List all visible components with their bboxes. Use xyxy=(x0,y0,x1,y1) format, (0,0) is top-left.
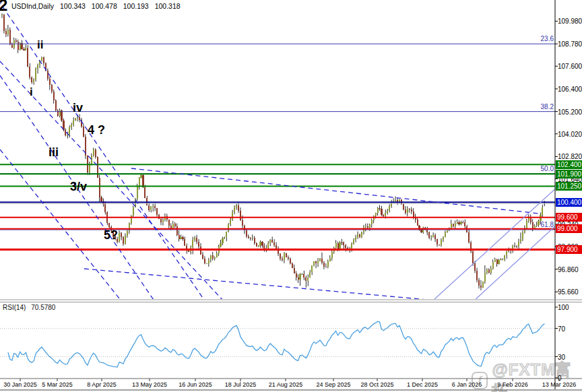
date-label: 1 Dec 2025 xyxy=(407,381,438,388)
candle-body xyxy=(212,255,214,259)
candle-body xyxy=(294,268,295,273)
rsi-value: 70.5780 xyxy=(31,304,55,311)
price-badge-97.900: 97.900 xyxy=(556,245,582,254)
candle-body xyxy=(9,30,11,44)
candle-body xyxy=(18,42,19,50)
candle-body xyxy=(236,205,237,208)
candle-body xyxy=(254,238,255,243)
candle-body xyxy=(240,211,241,220)
candle-body xyxy=(451,224,452,228)
trendline-4-dashed[interactable] xyxy=(0,150,122,302)
price-badge-99.600: 99.600 xyxy=(556,213,582,222)
trendline-6-dashed[interactable] xyxy=(84,269,450,302)
fib-label-38.2[interactable]: 38.2 xyxy=(524,103,554,110)
candle-body xyxy=(327,261,329,267)
candle-body xyxy=(282,259,283,260)
rsi-tick-0: 0 xyxy=(558,374,562,382)
candle-body xyxy=(41,57,42,60)
candle-body xyxy=(383,215,384,216)
candle-body xyxy=(298,277,299,280)
fib-label-50.0[interactable]: 50.0 xyxy=(524,165,554,172)
date-label: 18 Jul 2025 xyxy=(225,381,257,388)
candle-body xyxy=(214,257,216,259)
wave-label-ii[interactable]: ii xyxy=(37,39,43,51)
candle-body xyxy=(323,263,325,267)
wave-label-2[interactable]: 2 xyxy=(0,0,7,13)
candle-body xyxy=(357,234,358,237)
price-tick-96.860: 96.860 xyxy=(558,266,579,273)
candle-body xyxy=(367,226,368,228)
candle-body xyxy=(220,243,221,247)
candle-body xyxy=(464,222,465,226)
candle-body xyxy=(234,207,235,211)
trendline-1-dashed[interactable] xyxy=(0,0,205,302)
date-label: 13 Mar 2026 xyxy=(542,381,577,388)
candle-body xyxy=(47,71,48,78)
rsi-indicator-label: RSI(14) 70.5780 xyxy=(3,304,59,311)
candle-body xyxy=(77,117,78,118)
trendline-5-dashed[interactable] xyxy=(131,168,539,214)
candle-body xyxy=(69,127,70,135)
wave-label-iv[interactable]: iv xyxy=(73,102,83,114)
candle-body xyxy=(216,253,218,257)
candle-body xyxy=(55,100,57,110)
price-badge-102.400: 102.400 xyxy=(556,160,582,169)
wave-label-3v[interactable]: 3/v xyxy=(70,181,87,193)
candle-body xyxy=(184,239,185,246)
candle-body xyxy=(258,245,259,247)
rsi-name: RSI(14) xyxy=(3,304,26,311)
candle-body xyxy=(148,205,150,210)
fib-label-23.6[interactable]: 23.6 xyxy=(524,35,554,42)
candle-body xyxy=(230,220,231,224)
rsi-tick-100: 100 xyxy=(558,304,569,311)
candle-body xyxy=(365,226,366,227)
candle-body xyxy=(343,242,344,244)
candle-body xyxy=(337,243,339,249)
candle-body xyxy=(170,226,172,229)
candle-body xyxy=(119,233,120,241)
candle-body xyxy=(504,255,505,259)
rsi-tick-70: 70 xyxy=(558,325,565,333)
date-label: 13 May 2025 xyxy=(132,381,167,388)
date-label: 24 Sep 2025 xyxy=(316,381,350,388)
candle-body xyxy=(37,65,38,69)
candle-body xyxy=(341,242,342,243)
candle-body xyxy=(194,238,195,240)
mt4-chart-window: f @FXTM富拓 USDInd,Daily 100.343 100.478 1… xyxy=(0,0,582,392)
wave-label-iii[interactable]: iii xyxy=(48,146,59,158)
candle-body xyxy=(1,15,3,15)
candle-body xyxy=(5,31,7,34)
candle-body xyxy=(542,207,543,215)
candle-body xyxy=(335,243,337,248)
candle-body xyxy=(480,286,482,288)
candle-body xyxy=(518,242,519,247)
candle-body xyxy=(520,239,521,242)
trendline-3-dashed[interactable] xyxy=(0,61,224,302)
candle-body xyxy=(11,44,13,48)
candle-body xyxy=(361,232,362,238)
candle-body xyxy=(375,213,377,216)
candlestick-chart[interactable] xyxy=(0,0,582,392)
candle-body xyxy=(303,274,304,277)
candle-body xyxy=(144,187,146,198)
candle-body xyxy=(462,222,463,223)
wave-label-i[interactable]: i xyxy=(30,86,33,98)
wave-label-5[interactable]: 5? xyxy=(104,229,118,241)
candle-body xyxy=(180,237,181,239)
candle-body xyxy=(65,130,66,135)
candle-body xyxy=(391,203,392,206)
price-tick-109.980: 109.980 xyxy=(558,18,582,25)
candle-body xyxy=(75,118,76,121)
rsi-pane[interactable] xyxy=(0,321,555,367)
candle-body xyxy=(228,224,229,232)
fib-label-61.8[interactable]: 61.8 xyxy=(524,221,554,228)
wave-label-4[interactable]: 4 ? xyxy=(88,124,105,136)
ohlc-low: 100.193 xyxy=(123,2,149,10)
candle-body xyxy=(522,232,523,239)
candle-body xyxy=(3,15,5,31)
main-pane[interactable] xyxy=(0,0,582,302)
candle-body xyxy=(506,251,507,255)
candle-body xyxy=(79,117,80,121)
candle-body xyxy=(307,277,309,281)
candle-body xyxy=(288,257,289,259)
